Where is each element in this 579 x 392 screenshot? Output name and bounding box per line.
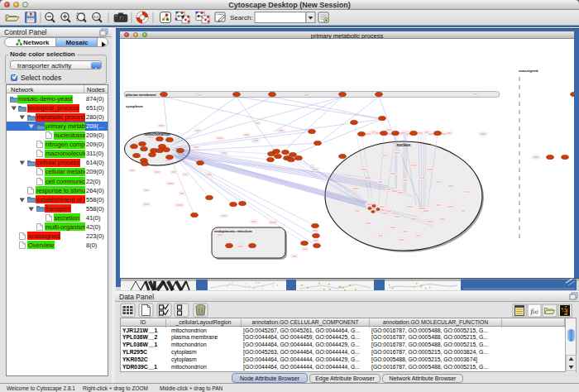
svg-text:mitochondrion: mitochondrion	[144, 132, 170, 136]
svg-text:cytoplasm: cytoplasm	[126, 104, 143, 108]
svg-text:1:1: 1:1	[94, 15, 100, 19]
svg-text:nucleus: nucleus	[396, 143, 411, 147]
svg-text:plasma membrane: plasma membrane	[126, 93, 156, 97]
svg-text:Search:: Search:	[230, 14, 253, 22]
svg-text:unassigned: unassigned	[519, 69, 538, 73]
svg-text:endoplasmic reticulum: endoplasmic reticulum	[214, 229, 252, 233]
